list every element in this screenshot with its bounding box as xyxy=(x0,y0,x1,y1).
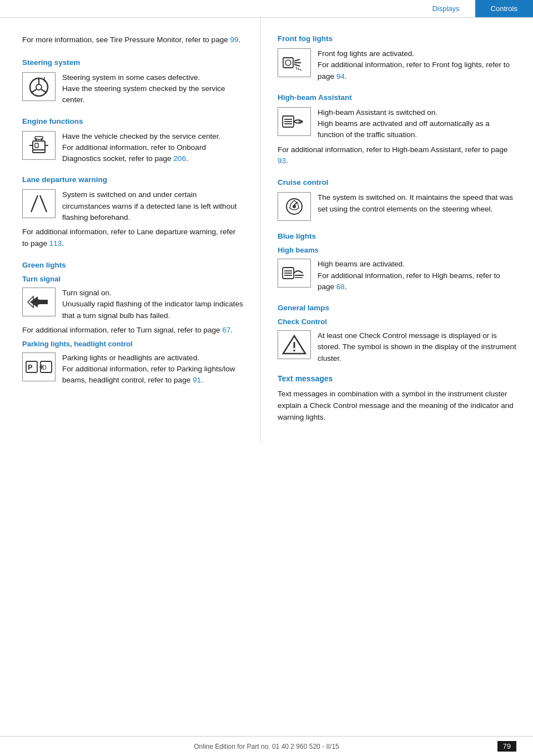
turn-line1: Turn signal on. xyxy=(62,289,112,297)
hba-extra: For additional information, refer to Hig… xyxy=(278,144,516,168)
cruise-control-icon-box xyxy=(278,192,311,221)
svg-line-30 xyxy=(294,59,300,61)
steering-system-text: Steering system in some cases defective.… xyxy=(62,72,244,106)
turn-line2: Unusually rapid flashing of the indicato… xyxy=(62,300,243,319)
footer-text: Online Edition for Part no. 01 40 2 960 … xyxy=(194,743,339,750)
high-beam-assistant-icon: ✻ xyxy=(281,112,307,132)
lane-departure-icon-box xyxy=(22,189,56,218)
svg-line-32 xyxy=(294,64,300,66)
engine-functions-heading: Engine functions xyxy=(22,117,244,125)
svg-text:P: P xyxy=(28,363,33,371)
svg-line-3 xyxy=(31,89,37,93)
engine-functions-block: Have the vehicle checked by the service … xyxy=(22,131,244,165)
hb-line1: High beams are activated. xyxy=(318,260,405,268)
intro-paragraph: For more information, see Tire Pressure … xyxy=(22,34,244,46)
turn-link[interactable]: 67 xyxy=(222,326,230,334)
hba-line1: High-beam Assistant is switched on. xyxy=(318,108,438,117)
green-lights-heading: Green lights xyxy=(22,261,244,269)
turn-signal-icon-box xyxy=(22,288,56,316)
displays-label: Displays xyxy=(432,4,459,13)
engine-functions-icon-box xyxy=(22,131,56,160)
engine-icon xyxy=(27,135,51,155)
steering-system-heading: Steering system xyxy=(22,58,244,67)
svg-point-29 xyxy=(285,60,291,65)
svg-point-41 xyxy=(293,205,296,208)
front-fog-lights-text: Front fog lights are activated. For addi… xyxy=(318,48,516,82)
svg-text:!: ! xyxy=(43,76,46,83)
left-column: For more information, see Tire Pressure … xyxy=(0,18,261,443)
lane-departure-extra: For additional information, refer to Lan… xyxy=(22,226,244,250)
high-beam-assistant-text: High-beam Assistant is switched on. High… xyxy=(318,107,516,141)
steering-line2: Have the steering system checked by the … xyxy=(62,84,225,104)
tab-controls[interactable]: Controls xyxy=(475,0,533,17)
check-control-icon-box xyxy=(278,330,311,359)
high-beams-subheading: High beams xyxy=(278,246,516,254)
high-beam-assistant-icon-box: ✻ xyxy=(278,107,311,136)
turn-signal-text: Turn signal on. Unusually rapid flashing… xyxy=(62,288,244,321)
parking-line2: For additional information, refer to Par… xyxy=(62,365,235,384)
high-beams-icon xyxy=(281,263,307,283)
fog-line1: Front fog lights are activated. xyxy=(318,49,414,58)
intro-link[interactable]: 99 xyxy=(230,36,238,44)
turn-signal-heading: Turn signal xyxy=(22,275,244,283)
parking-lights-text: Parking lights or headlights are activat… xyxy=(62,352,244,386)
page-footer: Online Edition for Part no. 01 40 2 960 … xyxy=(0,736,533,756)
intro-text: For more information, see Tire Pressure … xyxy=(22,36,230,44)
check-control-block: At least one Check Control message is di… xyxy=(278,330,516,364)
controls-label: Controls xyxy=(491,4,517,13)
check-control-warning-icon xyxy=(282,334,306,356)
parking-lights-icon-box: P D xyxy=(22,352,56,381)
main-content: For more information, see Tire Pressure … xyxy=(0,18,533,443)
tab-displays[interactable]: Displays xyxy=(416,0,475,17)
cruise-control-text: The system is switched on. It maintains … xyxy=(318,192,516,215)
hb-link[interactable]: 68 xyxy=(336,283,345,291)
front-fog-lights-heading: Front fog lights xyxy=(278,34,516,43)
check-control-heading: Check Control xyxy=(278,317,516,326)
cruise-control-heading: Cruise control xyxy=(278,178,516,187)
cc-line1: At least one Check Control message is di… xyxy=(318,331,516,362)
steering-line1: Steering system in some cases defective. xyxy=(62,73,200,82)
svg-point-1 xyxy=(36,84,42,90)
svg-rect-28 xyxy=(283,58,293,68)
high-beams-block: High beams are activated. For additional… xyxy=(278,259,516,293)
front-fog-lights-block: Front fog lights are activated. For addi… xyxy=(278,48,516,82)
turn-signal-block: Turn signal on. Unusually rapid flashing… xyxy=(22,288,244,321)
parking-lights-heading: Parking lights, headlight control xyxy=(22,340,244,348)
text-messages-heading: Text messages xyxy=(278,374,516,383)
cruise-control-block: The system is switched on. It maintains … xyxy=(278,192,516,221)
svg-point-51 xyxy=(293,350,295,352)
high-beams-text: High beams are activated. For additional… xyxy=(318,259,516,293)
hba-link[interactable]: 93 xyxy=(278,157,286,165)
svg-line-17 xyxy=(40,195,47,212)
intro-after: . xyxy=(238,36,240,44)
lane-departure-heading: Lane departure warning xyxy=(22,175,244,184)
lane-departure-block: System is switched on and under certain … xyxy=(22,189,244,223)
right-column: Front fog lights Front fog lights are ac… xyxy=(261,18,533,443)
lane-departure-text: System is switched on and under certain … xyxy=(62,189,244,223)
general-lamps-heading: General lamps xyxy=(278,304,516,312)
front-fog-lights-icon-box xyxy=(278,48,311,77)
svg-text:✻: ✻ xyxy=(298,119,303,125)
parking-link[interactable]: 91 xyxy=(193,376,201,384)
lane-link[interactable]: 113 xyxy=(49,239,62,248)
steering-system-icon-box: ! xyxy=(22,72,56,101)
svg-text:D: D xyxy=(42,364,47,371)
high-beam-assistant-heading: High-beam Assistant xyxy=(278,93,516,102)
lane-line1: System is switched on and under certain … xyxy=(62,190,237,221)
engine-link[interactable]: 206 xyxy=(173,154,186,163)
fog-link[interactable]: 94 xyxy=(336,72,345,80)
turn-signal-icon xyxy=(27,292,51,312)
blue-lights-heading: Blue lights xyxy=(278,232,516,240)
svg-line-4 xyxy=(42,89,47,93)
text-messages-body: Text messages in combination with a symb… xyxy=(278,389,516,424)
steering-wheel-warning-icon: ! xyxy=(28,76,50,97)
front-fog-lights-icon xyxy=(282,52,306,73)
hba-line2: High beams are activated and off automat… xyxy=(318,119,490,139)
parking-line1: Parking lights or headlights are activat… xyxy=(62,354,199,362)
check-control-text: At least one Check Control message is di… xyxy=(318,330,516,364)
cruise-control-icon xyxy=(283,196,306,217)
page-number: 79 xyxy=(497,741,516,752)
engine-text: Have the vehicle checked by the service … xyxy=(62,131,244,165)
cruise-line1: The system is switched on. It maintains … xyxy=(318,193,513,213)
lane-departure-icon xyxy=(27,193,51,215)
